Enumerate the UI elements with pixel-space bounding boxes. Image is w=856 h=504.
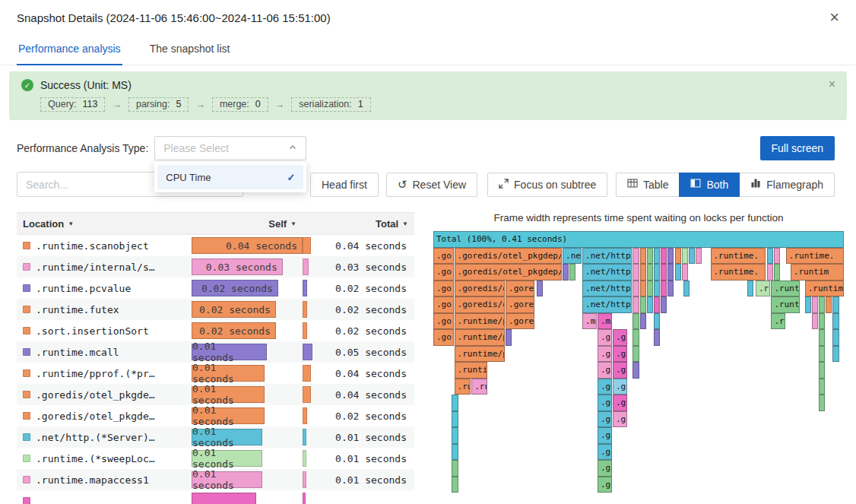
table-row[interactable]: .sort.insertionSort0.02 seconds0.02 seco… xyxy=(17,320,414,341)
flame-block[interactable] xyxy=(819,379,825,395)
flame-block[interactable] xyxy=(654,313,660,330)
flame-block[interactable] xyxy=(661,248,667,265)
banner-close-icon[interactable]: × xyxy=(829,78,835,91)
flame-block[interactable] xyxy=(647,264,653,281)
flame-block[interactable] xyxy=(747,281,753,297)
flame-block[interactable]: .go xyxy=(613,379,627,395)
focus-subtree-button[interactable]: Focus on subtree xyxy=(487,173,607,197)
flame-block[interactable] xyxy=(696,248,702,265)
column-location[interactable]: Location ▼ xyxy=(17,218,192,230)
table-row[interactable]: .runtime/pprof.(*pr…0.01 seconds0.04 sec… xyxy=(17,363,414,384)
flame-block[interactable] xyxy=(452,395,459,411)
table-row[interactable]: .runtime.(*sweepLoc…0.01 seconds0.01 sec… xyxy=(17,448,414,469)
flame-block[interactable] xyxy=(452,444,459,461)
flame-block[interactable]: .runtime/pprof. xyxy=(455,329,505,346)
flame-block[interactable] xyxy=(826,296,832,313)
tab-performance-analysis[interactable]: Performance analysis xyxy=(17,35,122,65)
flame-block[interactable] xyxy=(812,313,818,330)
flame-block[interactable] xyxy=(452,411,459,428)
head-first-button[interactable]: Head first xyxy=(310,173,379,197)
flame-block[interactable]: .gi xyxy=(613,362,627,379)
table-row[interactable]: .runtime/internal/s…0.03 seconds0.03 sec… xyxy=(17,256,414,277)
flame-block[interactable]: .ru xyxy=(756,281,770,297)
flame-block[interactable] xyxy=(661,264,667,281)
flame-block[interactable]: .go xyxy=(433,313,454,330)
flame-block[interactable] xyxy=(774,264,780,281)
flame-block[interactable]: .runtime/ xyxy=(455,362,487,379)
flame-block[interactable] xyxy=(632,313,639,330)
flame-block[interactable]: .runt xyxy=(771,296,800,313)
flame-block[interactable]: .gi xyxy=(598,346,612,363)
column-total[interactable]: Total ▼ xyxy=(303,218,414,230)
flame-block[interactable]: .goredis/otel_pkgdep/p xyxy=(455,248,562,265)
flame-block[interactable] xyxy=(832,346,839,363)
flame-block[interactable] xyxy=(537,281,543,297)
flame-block[interactable]: .go xyxy=(598,477,612,493)
flame-block[interactable]: .gi xyxy=(613,395,627,411)
flame-block[interactable]: .go xyxy=(598,411,612,428)
flame-block[interactable] xyxy=(632,362,639,379)
flame-block[interactable] xyxy=(675,248,681,265)
flame-block[interactable] xyxy=(832,296,839,313)
flame-block[interactable] xyxy=(682,248,688,265)
flame-block[interactable] xyxy=(654,248,660,265)
flame-block[interactable]: .go xyxy=(598,427,612,444)
table-row[interactable]: .runtime.mapaccess10.01 seconds0.01 seco… xyxy=(17,469,414,490)
flame-block[interactable]: .goredis/otel_p xyxy=(455,281,505,297)
table-row[interactable]: .runtime.mcall0.01 seconds0.05 seconds xyxy=(17,341,414,363)
table-row[interactable]: .goredis/otel_pkgde…0.01 seconds0.02 sec… xyxy=(17,405,414,426)
flame-block[interactable]: .net/http xyxy=(582,281,632,297)
flame-block[interactable] xyxy=(506,329,512,346)
tab-snapshot-list[interactable]: The snapshot list xyxy=(148,35,232,65)
flame-block[interactable]: .gi xyxy=(613,329,627,346)
flame-block[interactable]: Total (100%, 0.41 seconds) xyxy=(433,231,844,248)
flamegraph-view-button[interactable]: Flamegraph xyxy=(739,173,835,197)
flame-block[interactable] xyxy=(563,264,569,281)
flame-block[interactable]: .gi xyxy=(598,362,612,379)
table-row[interactable]: .runtime.futex0.02 seconds0.02 seconds xyxy=(17,299,414,320)
flame-block[interactable] xyxy=(819,296,825,313)
flame-block[interactable] xyxy=(819,329,825,346)
flame-block[interactable]: .runtime. xyxy=(786,248,844,265)
flame-block[interactable]: .ru xyxy=(771,313,785,330)
flame-block[interactable] xyxy=(819,395,825,411)
flame-block[interactable] xyxy=(640,296,646,313)
flame-block[interactable]: .go xyxy=(433,296,454,313)
flame-block[interactable] xyxy=(812,296,818,313)
flame-block[interactable]: .net/http xyxy=(582,296,632,313)
flame-block[interactable] xyxy=(632,264,639,281)
flame-block[interactable] xyxy=(632,296,639,313)
flame-block[interactable] xyxy=(654,281,660,297)
flame-block[interactable]: .goredis/otel_p xyxy=(455,296,505,313)
close-icon[interactable]: × xyxy=(829,9,839,26)
flame-block[interactable] xyxy=(640,281,646,297)
flame-block[interactable] xyxy=(805,296,811,313)
reset-view-button[interactable]: ↺ Reset View xyxy=(386,173,477,197)
flame-block[interactable]: .ma xyxy=(598,313,612,330)
flame-block[interactable] xyxy=(569,264,575,281)
flame-block[interactable] xyxy=(832,329,839,346)
flame-block[interactable] xyxy=(667,281,674,297)
flame-block[interactable] xyxy=(632,281,639,297)
flame-block[interactable]: .gi xyxy=(613,411,627,428)
fullscreen-button[interactable]: Full screen xyxy=(760,136,835,160)
flame-block[interactable] xyxy=(689,248,695,265)
flame-block[interactable]: .go xyxy=(433,248,454,265)
flame-block[interactable] xyxy=(675,264,681,281)
flame-block[interactable] xyxy=(682,264,688,281)
flame-block[interactable] xyxy=(683,281,690,297)
flame-block[interactable] xyxy=(452,477,459,493)
flame-block[interactable]: .go xyxy=(433,329,454,346)
flame-block[interactable] xyxy=(632,346,639,363)
flame-block[interactable] xyxy=(767,248,773,265)
flame-block[interactable] xyxy=(632,248,639,265)
flame-block[interactable]: .go xyxy=(598,379,612,395)
flame-block[interactable]: .ne xyxy=(563,248,582,265)
flame-block[interactable] xyxy=(667,264,674,281)
flame-block[interactable] xyxy=(647,296,653,313)
flame-block[interactable] xyxy=(819,313,825,330)
flame-block[interactable] xyxy=(819,346,825,363)
flame-block[interactable]: .goredi xyxy=(506,296,534,313)
flame-block[interactable] xyxy=(640,264,646,281)
flame-block[interactable] xyxy=(819,362,825,379)
